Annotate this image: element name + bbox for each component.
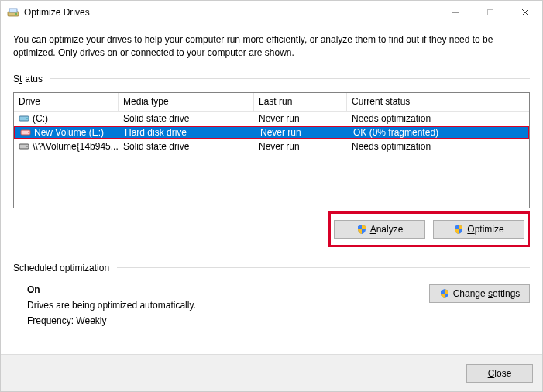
window-title: Optimize Drives [24,7,438,18]
drive-row[interactable]: \\?\Volume{14b945... Solid state drive N… [14,139,529,153]
shield-icon [453,224,464,235]
shield-icon [439,288,450,299]
minimize-button[interactable] [438,1,473,24]
drive-last-run: Never run [254,139,347,153]
drive-name: (C:) [33,113,48,124]
content-area: You can optimize your drives to help you… [1,24,542,354]
drive-list[interactable]: Drive Media type Last run Current status… [13,92,530,208]
app-icon [7,6,19,19]
svg-point-2 [15,13,17,15]
optimize-button[interactable]: Optimize [433,220,524,239]
svg-rect-1 [9,9,17,12]
scheduled-info: On Drives are being optimized automatica… [13,284,429,331]
drive-row[interactable]: New Volume (E:) Hard disk drive Never ru… [14,126,529,139]
drive-status: Needs optimization [347,139,529,153]
column-media[interactable]: Media type [119,93,254,111]
drive-name: New Volume (E:) [34,127,104,138]
intro-text: You can optimize your drives to help you… [13,33,530,60]
close-button[interactable] [507,1,542,24]
scheduled-desc: Drives are being optimized automatically… [27,300,429,311]
analyze-button[interactable]: Analyze [334,220,425,239]
column-drive[interactable]: Drive [14,93,119,111]
dialog-footer: Close [1,354,542,391]
svg-point-10 [28,132,29,133]
column-last-run[interactable]: Last run [254,93,347,111]
drive-name: \\?\Volume{14b945... [33,141,119,152]
column-status[interactable]: Current status [347,93,529,111]
hdd-icon [20,127,31,138]
close-dialog-button[interactable]: Close [466,364,533,383]
scheduled-label: Scheduled optimization [13,263,530,273]
maximize-button[interactable] [473,1,507,24]
scheduled-on: On [27,284,429,295]
ssd-icon [19,113,29,124]
optimize-drives-window: Optimize Drives You can optimize your dr… [0,0,543,392]
drive-media: Solid state drive [119,112,254,126]
ssd-icon [19,141,29,152]
window-controls [438,1,542,24]
drive-status: Needs optimization [347,112,529,126]
drive-media: Hard disk drive [120,127,256,138]
drive-status: OK (0% fragmented) [349,127,528,138]
svg-point-8 [26,118,28,119]
change-settings-button[interactable]: Change settings [429,284,530,303]
scheduled-optimization-section: Scheduled optimization On Drives are bei… [13,263,530,331]
drive-media: Solid state drive [119,139,254,153]
svg-rect-4 [487,10,493,15]
status-section-label: Status [13,74,530,84]
svg-point-12 [26,146,28,147]
drive-last-run: Never run [254,112,347,126]
drive-list-header[interactable]: Drive Media type Last run Current status [14,93,529,112]
drive-last-run: Never run [256,127,349,138]
action-buttons-highlight: Analyze Optimize [328,211,530,247]
scheduled-frequency: Frequency: Weekly [27,315,429,326]
drive-row[interactable]: (C:) Solid state drive Never run Needs o… [14,112,529,126]
shield-icon [356,224,367,235]
titlebar: Optimize Drives [1,1,542,24]
